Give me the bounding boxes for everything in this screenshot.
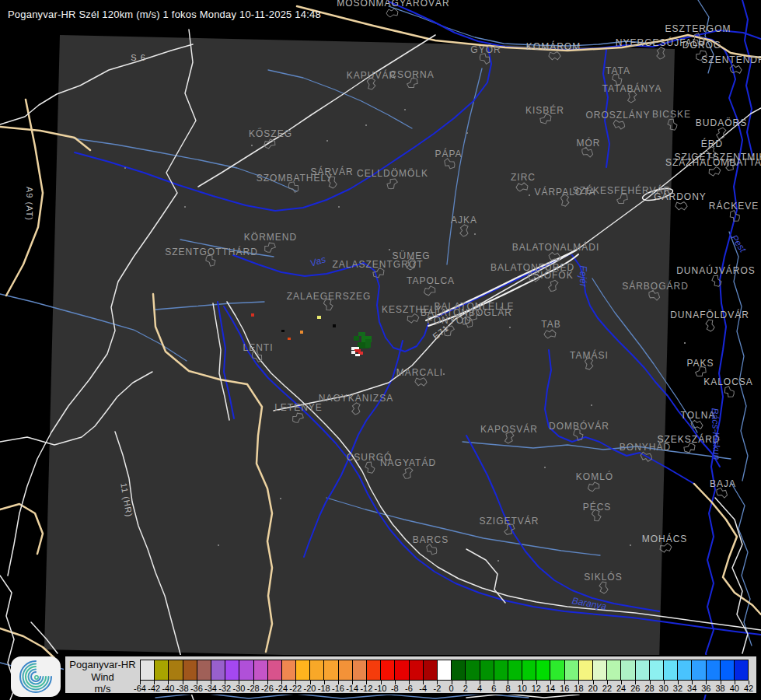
legend-color-cell xyxy=(579,660,592,680)
legend-tick-label: -14 xyxy=(346,684,358,693)
legend-color-cell xyxy=(480,660,494,680)
legend-tick-label: 32 xyxy=(673,684,682,693)
legend-color-cell xyxy=(282,660,295,680)
legend-color-cell xyxy=(621,660,634,680)
legend-tick-label: -32 xyxy=(218,684,231,693)
legend-color-cell xyxy=(707,660,720,680)
legend-color-cell xyxy=(353,660,366,680)
legend-color-cell xyxy=(310,660,323,680)
legend-unit: m/s xyxy=(65,683,140,695)
legend-tick-label: 18 xyxy=(574,684,583,693)
legend-color-cell xyxy=(225,660,239,680)
legend-tick-label: -28 xyxy=(247,684,260,693)
legend-tick-label: -36 xyxy=(190,684,203,693)
legend-color-cell xyxy=(678,660,691,680)
legend-tick-label: -18 xyxy=(318,684,330,693)
legend-tick-label: 36 xyxy=(701,684,710,693)
legend-color-cell xyxy=(268,660,281,680)
app-logo xyxy=(11,656,61,697)
legend-color-cell xyxy=(211,660,225,680)
legend-color-cell xyxy=(438,660,451,680)
legend-color-cell xyxy=(183,660,197,680)
legend-color-cell xyxy=(664,660,677,680)
legend-color-cell xyxy=(536,660,550,680)
legend-tick-label: 28 xyxy=(644,684,654,693)
legend-tick-label: -12 xyxy=(360,684,372,693)
radar-coverage-area xyxy=(44,35,675,663)
legend-color-cell xyxy=(550,660,564,680)
legend-color-cell xyxy=(254,660,267,680)
legend-color-cell xyxy=(169,660,182,680)
legend-tick-label: 20 xyxy=(588,684,598,693)
legend-tick-label: 4 xyxy=(477,684,482,693)
legend-tick-label: -30 xyxy=(233,684,246,693)
legend-color-cell xyxy=(607,660,620,680)
legend-model: Poganyvar-HR xyxy=(65,659,140,671)
legend-color-cell xyxy=(296,660,309,680)
legend-tick-label: -40 xyxy=(162,684,174,693)
legend-color-cell xyxy=(395,660,408,680)
cyclone-spiral-icon xyxy=(11,656,61,697)
legend-tick-label: -38 xyxy=(176,684,189,693)
legend-tick-label: -8 xyxy=(391,684,399,693)
legend-tick-label: -10 xyxy=(375,684,387,693)
legend-color-cell xyxy=(593,660,606,680)
legend-color-cell xyxy=(381,660,394,680)
legend-tick-label: -16 xyxy=(332,684,344,693)
legend-tick-label: -64 xyxy=(134,684,146,693)
map-title: Poganyvar-HR Szél 120km (m/s) 1 fokos Mo… xyxy=(8,9,321,20)
legend-colorbar xyxy=(140,660,749,681)
legend-tick-label: -20 xyxy=(304,684,316,693)
legend-tick-label: 24 xyxy=(616,684,626,693)
legend-color-cell xyxy=(239,660,253,680)
legend-tick-label: -22 xyxy=(289,684,302,693)
legend-color-cell xyxy=(324,660,337,680)
legend-variable: Wind xyxy=(65,671,140,684)
legend-color-cell xyxy=(692,660,705,680)
base-map xyxy=(0,0,761,700)
legend-color-cell xyxy=(452,660,465,680)
legend-tick-label: -34 xyxy=(204,684,217,693)
legend-color-cell xyxy=(466,660,479,680)
legend-tick-label: 34 xyxy=(687,684,696,693)
legend-color-cell xyxy=(522,660,536,680)
legend-color-cell xyxy=(424,660,437,680)
legend-color-cell xyxy=(636,660,649,680)
legend-ticks: -64-42-40-38-36-34-32-30-28-26-24-22-20-… xyxy=(140,681,749,695)
legend-tick-label: -4 xyxy=(419,684,427,693)
legend-tick-label: 22 xyxy=(602,684,612,693)
legend-color-cell xyxy=(721,660,734,680)
legend-color-cell xyxy=(155,660,168,680)
legend-color-cell xyxy=(565,660,578,680)
legend-colorbar-wrap: -64-42-40-38-36-34-32-30-28-26-24-22-20-… xyxy=(140,660,749,693)
legend-tick-label: -6 xyxy=(405,684,413,693)
legend-tick-label: 16 xyxy=(560,684,569,693)
legend-color-cell xyxy=(494,660,508,680)
legend-tick-label: 2 xyxy=(463,684,468,693)
legend-color-cell xyxy=(367,660,380,680)
legend-color-cell xyxy=(339,660,352,680)
legend-tick-label: -24 xyxy=(275,684,288,693)
legend-tick-label: 8 xyxy=(505,684,510,693)
legend-tick-label: 10 xyxy=(518,684,527,693)
legend-tick-label: 14 xyxy=(546,684,555,693)
legend-panel: Poganyvar-HR Wind m/s -64-42-40-38-36-34… xyxy=(64,655,758,695)
legend-color-cell xyxy=(735,660,748,680)
legend-color-cell xyxy=(141,660,154,680)
legend-tick-label: -26 xyxy=(261,684,274,693)
legend-tick-label: 0 xyxy=(449,684,454,693)
legend-tick-label: -2 xyxy=(434,684,442,693)
legend-color-cell xyxy=(410,660,423,680)
legend-tick-label: -42 xyxy=(148,684,160,693)
legend-color-cell xyxy=(197,660,211,680)
legend-text-block: Poganyvar-HR Wind m/s xyxy=(65,656,140,693)
legend-tick-label: 26 xyxy=(630,684,640,693)
legend-tick-label: 6 xyxy=(491,684,496,693)
legend-tick-label: 30 xyxy=(659,684,668,693)
legend-tick-label: 42 xyxy=(744,684,753,693)
legend-color-cell xyxy=(650,660,663,680)
legend-tick-label: 38 xyxy=(715,684,724,693)
radar-viewer: MOSONMAGYARÓVÁRGYŐRKAPUVÁRCSORNAKOMÁROME… xyxy=(0,0,761,700)
legend-tick-label: 12 xyxy=(532,684,541,693)
legend-tick-label: 40 xyxy=(730,684,739,693)
